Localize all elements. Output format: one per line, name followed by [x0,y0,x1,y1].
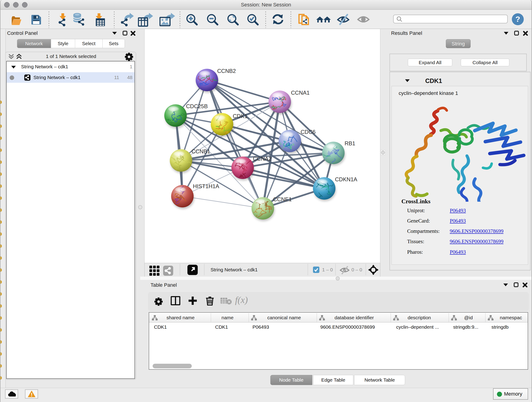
svg-text:CCNB1: CCNB1 [191,148,210,154]
svg-text:?: ? [515,15,520,23]
svg-text:CCNE1: CCNE1 [273,196,292,202]
svg-text:CDC6: CDC6 [301,129,316,135]
svg-text:CDKN1A: CDKN1A [335,176,357,182]
svg-text:CCNA2: CCNA2 [253,156,272,162]
svg-text:HIST1H1A: HIST1H1A [193,183,219,189]
svg-text:CDK1: CDK1 [233,113,247,119]
svg-text:RB1: RB1 [345,140,355,147]
svg-text:CCNB2: CCNB2 [217,68,236,74]
svg-text:CCNA1: CCNA1 [291,89,310,96]
svg-text:CDC25B: CDC25B [186,103,208,109]
